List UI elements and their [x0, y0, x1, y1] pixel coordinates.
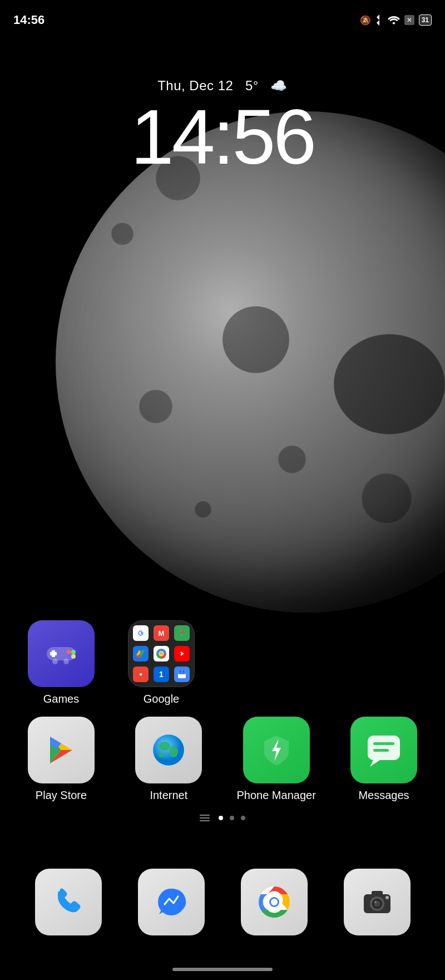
svg-point-41 — [385, 896, 389, 899]
page-dot-2[interactable] — [230, 816, 234, 820]
messages-label: Messages — [358, 789, 409, 802]
google-folder-icon: M 📍 — [128, 620, 195, 687]
onepassword-icon: 1 — [154, 667, 169, 682]
temperature-display: 5° — [245, 78, 259, 93]
svg-point-3 — [67, 650, 71, 654]
dock-phone-icon — [35, 869, 102, 935]
wifi-icon — [388, 16, 400, 24]
app-google-folder[interactable]: M 📍 — [117, 620, 206, 705]
svg-point-8 — [63, 659, 69, 664]
svg-rect-28 — [373, 742, 394, 745]
dock-chrome[interactable] — [241, 869, 308, 935]
home-indicator[interactable] — [172, 968, 273, 971]
svg-marker-27 — [370, 760, 380, 767]
page-dot-1[interactable] — [219, 816, 223, 820]
playstore-icon — [28, 717, 95, 783]
app-games[interactable]: Games — [17, 620, 106, 705]
dock-chrome-icon — [241, 869, 308, 935]
maps-icon: 📍 — [174, 625, 190, 641]
svg-point-23 — [169, 746, 178, 757]
status-bar: 14:56 🔕 ✕ 31 — [0, 0, 445, 33]
dock — [0, 869, 445, 935]
svg-point-24 — [159, 753, 164, 757]
svg-rect-26 — [368, 736, 400, 760]
status-icons: 🔕 ✕ 31 — [360, 14, 432, 26]
signal-x-icon: ✕ — [404, 15, 414, 25]
page-lines-icon — [200, 815, 210, 821]
svg-rect-29 — [373, 749, 389, 752]
app-messages[interactable]: Messages — [339, 717, 428, 802]
svg-point-40 — [374, 901, 377, 903]
app-phonemanager[interactable]: Phone Manager — [232, 717, 321, 802]
games-icon — [28, 620, 95, 687]
svg-point-7 — [52, 659, 58, 664]
svg-point-4 — [71, 650, 76, 654]
app-row-2: Play Store — [17, 717, 428, 802]
messages-icon — [350, 717, 417, 783]
svg-rect-14 — [183, 670, 184, 673]
apps-area: Games M 📍 — [0, 620, 445, 802]
calendar-icon — [174, 667, 190, 682]
status-time: 14:56 — [13, 13, 44, 27]
google-folder-label: Google — [144, 693, 180, 705]
playstore-label: Play Store — [36, 789, 87, 802]
clock-area: Thu, Dec 12 5° ☁️ 14:56 — [0, 78, 445, 176]
svg-rect-13 — [180, 670, 181, 673]
weather-icon: ☁️ — [270, 78, 288, 93]
dock-camera[interactable] — [344, 869, 411, 935]
page-indicators — [0, 815, 445, 821]
svg-rect-2 — [52, 650, 55, 657]
games-label: Games — [43, 693, 79, 705]
svg-point-34 — [271, 899, 278, 905]
svg-point-5 — [67, 654, 71, 659]
mute-icon: 🔕 — [360, 15, 371, 26]
gmail-icon: M — [154, 625, 169, 641]
svg-point-22 — [159, 742, 170, 751]
photos-icon — [154, 646, 169, 661]
battery-level: 31 — [422, 16, 429, 24]
page-dot-3[interactable] — [241, 816, 245, 820]
internet-icon — [135, 717, 202, 783]
g-icon — [133, 625, 149, 641]
phonemanager-icon — [243, 717, 310, 783]
app-playstore[interactable]: Play Store — [17, 717, 106, 802]
drive-icon — [133, 646, 149, 661]
youtube-icon — [174, 646, 190, 661]
dock-chat-icon — [138, 869, 205, 935]
big-clock-display: 14:56 — [0, 98, 445, 176]
date-display: Thu, Dec 12 — [157, 78, 233, 93]
dock-phone[interactable] — [35, 869, 102, 935]
phonemanager-label: Phone Manager — [236, 789, 315, 802]
dock-camera-icon — [344, 869, 411, 935]
svg-point-6 — [71, 654, 76, 659]
dock-chat[interactable] — [138, 869, 205, 935]
internet-label: Internet — [150, 789, 187, 802]
date-weather: Thu, Dec 12 5° ☁️ — [0, 78, 445, 94]
app-internet[interactable]: Internet — [124, 717, 213, 802]
svg-point-21 — [153, 734, 184, 766]
svg-rect-12 — [178, 672, 186, 674]
app-row-1: Games M 📍 — [17, 620, 428, 705]
meet-icon: ● — [133, 667, 149, 682]
bluetooth-icon — [375, 14, 383, 26]
svg-rect-36 — [372, 891, 383, 896]
battery-indicator: 31 — [419, 14, 432, 26]
